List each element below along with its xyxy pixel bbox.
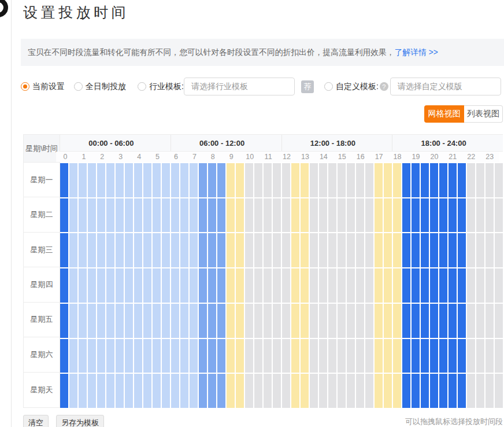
time-cell[interactable] xyxy=(97,233,105,267)
time-cell[interactable] xyxy=(421,268,429,303)
time-cell[interactable] xyxy=(97,374,105,408)
time-cell[interactable] xyxy=(134,304,142,338)
time-cell[interactable] xyxy=(402,339,410,373)
time-cell[interactable] xyxy=(467,163,475,197)
time-cell[interactable] xyxy=(69,374,77,408)
time-cell[interactable] xyxy=(301,374,309,408)
time-cell[interactable] xyxy=(217,339,225,373)
time-cell[interactable] xyxy=(375,233,383,267)
time-cell[interactable] xyxy=(125,268,133,303)
time-cell[interactable] xyxy=(264,374,272,408)
time-cell[interactable] xyxy=(430,339,438,373)
time-cell[interactable] xyxy=(310,374,318,408)
time-cell[interactable] xyxy=(365,268,373,303)
time-cell[interactable] xyxy=(208,233,216,267)
time-cell[interactable] xyxy=(310,233,318,267)
time-cell[interactable] xyxy=(486,339,494,373)
time-cell[interactable] xyxy=(199,268,207,303)
time-cell[interactable] xyxy=(264,304,272,338)
time-cell[interactable] xyxy=(393,198,401,233)
time-cell[interactable] xyxy=(402,374,410,408)
time-cell[interactable] xyxy=(171,304,179,338)
time-cell[interactable] xyxy=(254,163,262,197)
time-cell[interactable] xyxy=(236,198,244,233)
floating-ball-icon[interactable] xyxy=(0,0,8,17)
time-cell[interactable] xyxy=(402,233,410,267)
time-cell[interactable] xyxy=(143,233,151,267)
time-cell[interactable] xyxy=(430,198,438,233)
custom-template-select[interactable]: 请选择自定义模版 xyxy=(390,78,501,95)
time-cell[interactable] xyxy=(190,268,198,303)
time-cell[interactable] xyxy=(356,339,364,373)
time-cell[interactable] xyxy=(69,339,77,373)
time-cell[interactable] xyxy=(273,304,281,338)
time-cell[interactable] xyxy=(116,268,124,303)
time-cell[interactable] xyxy=(162,339,170,373)
time-cell[interactable] xyxy=(227,198,235,233)
time-cell[interactable] xyxy=(310,163,318,197)
time-cell[interactable] xyxy=(319,233,327,267)
time-cell[interactable] xyxy=(328,268,336,303)
time-cell[interactable] xyxy=(495,304,503,338)
time-cell[interactable] xyxy=(134,374,142,408)
time-cell[interactable] xyxy=(375,304,383,338)
time-cell[interactable] xyxy=(393,339,401,373)
time-cell[interactable] xyxy=(79,233,87,267)
time-cell[interactable] xyxy=(439,304,447,338)
time-cell[interactable] xyxy=(227,163,235,197)
time-cell[interactable] xyxy=(476,374,484,408)
time-cell[interactable] xyxy=(291,163,299,197)
time-cell[interactable] xyxy=(449,233,457,267)
time-cell[interactable] xyxy=(88,268,96,303)
learn-more-link[interactable]: 了解详情 >> xyxy=(395,47,438,58)
time-cell[interactable] xyxy=(310,339,318,373)
time-cell[interactable] xyxy=(88,233,96,267)
time-cell[interactable] xyxy=(412,268,420,303)
time-cell[interactable] xyxy=(430,163,438,197)
time-cell[interactable] xyxy=(97,268,105,303)
time-cell[interactable] xyxy=(430,374,438,408)
time-cell[interactable] xyxy=(171,339,179,373)
time-cell[interactable] xyxy=(458,268,466,303)
time-cell[interactable] xyxy=(458,233,466,267)
time-cell[interactable] xyxy=(97,339,105,373)
time-cell[interactable] xyxy=(467,374,475,408)
time-cell[interactable] xyxy=(291,339,299,373)
radio-current-settings[interactable]: 当前设置 xyxy=(21,82,65,92)
time-cell[interactable] xyxy=(208,163,216,197)
time-cell[interactable] xyxy=(449,268,457,303)
time-cell[interactable] xyxy=(134,233,142,267)
time-cell[interactable] xyxy=(476,163,484,197)
time-cell[interactable] xyxy=(449,304,457,338)
time-cell[interactable] xyxy=(60,163,68,197)
time-cell[interactable] xyxy=(199,339,207,373)
time-cell[interactable] xyxy=(273,198,281,233)
time-cell[interactable] xyxy=(282,198,290,233)
time-cell[interactable] xyxy=(199,374,207,408)
time-cell[interactable] xyxy=(365,233,373,267)
time-cell[interactable] xyxy=(227,233,235,267)
time-cell[interactable] xyxy=(282,163,290,197)
time-cell[interactable] xyxy=(88,163,96,197)
time-cell[interactable] xyxy=(328,339,336,373)
time-cell[interactable] xyxy=(439,198,447,233)
time-cell[interactable] xyxy=(273,163,281,197)
time-cell[interactable] xyxy=(217,163,225,197)
time-cell[interactable] xyxy=(486,163,494,197)
time-cell[interactable] xyxy=(282,268,290,303)
time-cell[interactable] xyxy=(449,163,457,197)
time-cell[interactable] xyxy=(291,268,299,303)
time-cell[interactable] xyxy=(476,198,484,233)
time-cell[interactable] xyxy=(384,198,392,233)
time-cell[interactable] xyxy=(319,374,327,408)
time-cell[interactable] xyxy=(217,198,225,233)
time-cell[interactable] xyxy=(412,233,420,267)
time-cell[interactable] xyxy=(458,339,466,373)
time-cell[interactable] xyxy=(199,198,207,233)
time-cell[interactable] xyxy=(245,163,253,197)
time-cell[interactable] xyxy=(116,374,124,408)
time-cell[interactable] xyxy=(319,304,327,338)
time-cell[interactable] xyxy=(375,268,383,303)
time-cell[interactable] xyxy=(338,374,346,408)
time-cell[interactable] xyxy=(319,198,327,233)
